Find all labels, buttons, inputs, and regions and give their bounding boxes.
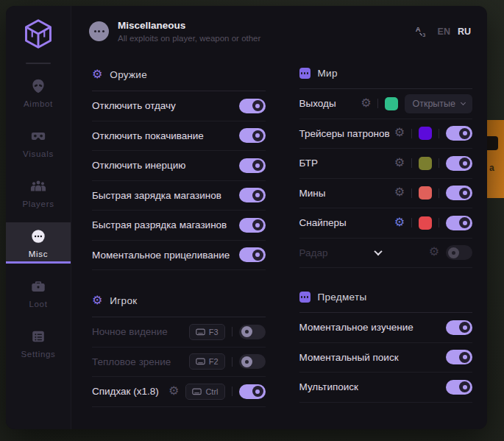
setting-row: Отключить покачивание [92,121,266,152]
setting-row: Быстрая разрядка магазинов [92,211,266,241]
hotkey-badge[interactable]: F2 [189,353,225,370]
setting-row: Выходы⚙Открытые [299,89,473,119]
toggle-switch[interactable] [239,384,266,399]
toggle-switch[interactable] [239,188,266,202]
gear-icon[interactable]: ⚙ [361,97,371,109]
setting-row: Снайперы⚙ [299,208,473,239]
sidebar-item-aimbot[interactable]: Aimbot [6,72,71,113]
color-swatch[interactable] [419,186,432,200]
hotkey-badge[interactable]: Ctrl [185,384,224,400]
toggle-switch[interactable] [239,99,266,113]
toggle-switch[interactable] [239,128,266,143]
color-swatch[interactable] [419,157,432,170]
gear-icon[interactable]: ⚙ [394,186,405,198]
alien-icon [30,78,46,94]
control-separator [439,158,439,168]
app-window: AimbotVisualsPlayersMiscLootSettings Mis… [6,6,487,429]
row-controls [239,188,266,202]
setting-label: Моментальное изучение [299,322,414,333]
sidebar-divider [26,63,51,64]
row-spacer [327,250,428,255]
row-controls: F3 [189,324,266,340]
toggle-switch[interactable] [446,186,472,200]
lang-option-ru[interactable]: RU [458,27,471,37]
toggle-switch[interactable] [446,216,472,230]
control-separator [411,188,412,198]
section-title: Предметы [318,292,367,303]
color-swatch[interactable] [419,216,432,230]
section-dots-icon [299,68,310,79]
settings-list-icon [30,328,46,345]
gear-icon[interactable]: ⚙ [429,246,439,258]
sidebar-item-settings[interactable]: Settings [6,322,71,364]
lang-option-en[interactable]: EN [438,27,450,37]
dropdown-select[interactable]: Открытые [405,94,472,113]
toggle-knob [252,386,263,397]
gear-icon[interactable]: ⚙ [168,385,179,397]
section-gear-icon: ⚙ [92,294,102,306]
background-dark-mark [487,136,498,150]
row-controls: ⚙ [429,245,472,260]
chevron-down-icon[interactable] [374,247,382,255]
control-separator [377,99,378,108]
sidebar-item-label: Visuals [23,149,54,158]
section-header: Мир [299,60,473,89]
hotkey-badge[interactable]: F3 [189,324,225,340]
control-separator [232,387,233,396]
setting-label: Отключить отдачу [92,100,176,111]
ellipsis-avatar-icon [89,21,109,41]
toggle-switch[interactable] [446,245,472,260]
toggle-knob [252,100,263,111]
toggle-knob [252,219,263,230]
vr-goggles-icon [30,128,46,144]
translate-icon[interactable]: А з [415,24,429,38]
row-controls: ⚙Ctrl [168,384,265,400]
color-swatch[interactable] [385,97,398,110]
row-controls [239,128,266,143]
toggle-switch[interactable] [446,126,472,141]
row-controls [239,247,266,262]
section-title: Оружие [110,69,147,80]
color-swatch[interactable] [419,127,432,140]
setting-label: Моментальное прицеливание [92,250,230,261]
section-dots-icon [299,292,310,303]
sidebar-item-players[interactable]: Players [6,172,71,214]
language-switcher: А з EN RU [415,24,471,38]
gear-icon[interactable]: ⚙ [394,216,405,228]
toggle-switch[interactable] [446,350,472,364]
toggle-knob [252,130,263,141]
toggle-switch[interactable] [239,247,266,262]
sidebar-item-loot[interactable]: Loot [6,272,71,314]
gear-icon[interactable]: ⚙ [394,157,405,169]
control-separator [232,357,233,367]
section-header: ⚙ Игрок [92,286,266,317]
setting-label: Выходы [299,98,336,109]
toggle-switch[interactable] [239,354,266,369]
setting-row: Моментальное прицеливание [92,241,266,271]
toggle-switch[interactable] [446,380,472,395]
control-separator [439,188,439,198]
sidebar-item-misc[interactable]: Misc [6,222,71,264]
gear-icon[interactable]: ⚙ [394,127,405,138]
row-controls [446,380,472,395]
page-header-left: Miscellaneous All exploits on player, we… [89,20,415,43]
control-separator [232,327,233,336]
toggle-knob [459,128,470,139]
toggle-knob [459,188,470,199]
page-title: Miscellaneous [118,20,260,31]
dropdown-value: Открытые [412,99,455,109]
toggle-switch[interactable] [446,320,472,335]
toggle-switch[interactable] [239,218,266,233]
setting-row: Отключить инерцию [92,151,266,181]
setting-row: Мультипоиск [299,373,473,403]
row-controls [239,99,266,113]
page-titles: Miscellaneous All exploits on player, we… [118,20,260,43]
toggle-switch[interactable] [239,325,266,339]
toggle-switch[interactable] [446,156,472,171]
sidebar-item-visuals[interactable]: Visuals [6,122,71,163]
sidebar-item-label: Aimbot [24,99,53,108]
toggle-switch[interactable] [239,158,266,173]
setting-label: Отключить инерцию [92,160,185,171]
section-weapon: ⚙ Оружие Отключить отдачуОтключить покач… [92,60,266,270]
section-title: Мир [318,68,338,79]
